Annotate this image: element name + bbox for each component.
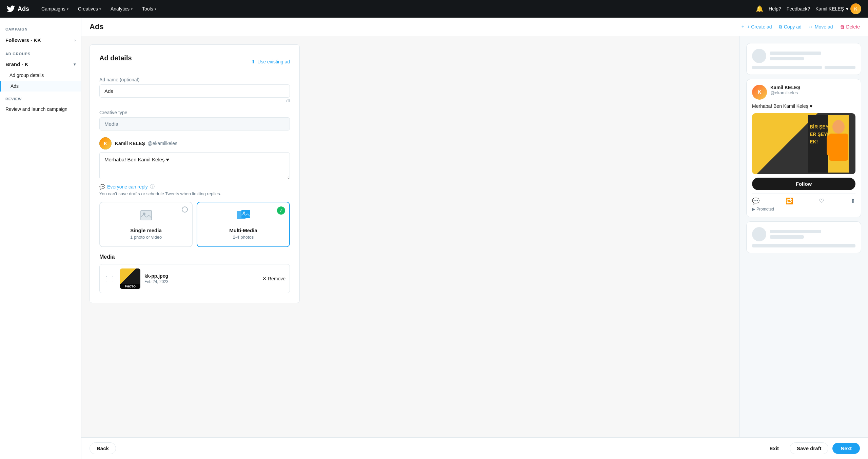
reply-setting-button[interactable]: 💬 Everyone can reply ⓘ <box>99 184 290 190</box>
preview-handle: @ekamilkeles <box>770 90 801 95</box>
use-existing-ad-button[interactable]: ⬆ Use existing ad <box>251 59 290 64</box>
page-title: Ads <box>90 22 104 31</box>
analytics-chevron-icon: ▾ <box>131 7 133 11</box>
media-type-grid: Single media 1 photo or video ✓ <box>99 202 290 247</box>
topnav-right: 🔔 Help? Feedback? Kamil KELEŞ ▾ K <box>756 3 861 14</box>
preview-share-icon[interactable]: ⬆ <box>850 197 855 205</box>
twitter-ads-logo[interactable]: Ads <box>7 5 29 13</box>
preview-line-2 <box>770 57 804 60</box>
ad-form-container: Ad details ⬆ Use existing ad Ad name (op… <box>81 36 739 437</box>
campaign-chevron-right-icon: › <box>74 38 76 43</box>
user-menu-chevron-icon: ▾ <box>846 6 848 12</box>
topnav-tools[interactable]: Tools ▾ <box>138 4 160 14</box>
preview-bottom-placeholder <box>746 221 861 253</box>
creative-type-label: Creative type <box>99 110 290 115</box>
multi-media-check-icon: ✓ <box>277 206 285 215</box>
topnav-analytics[interactable]: Analytics ▾ <box>106 4 137 14</box>
ad-name-input[interactable] <box>99 84 290 98</box>
campaigns-chevron-icon: ▾ <box>67 7 68 11</box>
reply-icon: 💬 <box>99 184 105 189</box>
preview-promoted-row: ▶ Promoted <box>752 207 855 212</box>
composer-avatar: K <box>99 137 112 149</box>
multi-media-desc: 2-4 photos <box>233 235 254 240</box>
sidebar-campaign-name[interactable]: Followers - KK › <box>0 34 81 46</box>
footer-right: Exit Save draft Next <box>763 442 860 454</box>
create-ad-button[interactable]: ＋ + Create ad <box>741 24 772 30</box>
multi-media-icon <box>236 209 251 224</box>
save-draft-button[interactable]: Save draft <box>790 442 829 454</box>
media-thumbnail: PHOTO <box>120 268 140 289</box>
twitter-bird-icon <box>7 5 15 13</box>
header-actions: ＋ + Create ad ⧉ Copy ad ↔ Move ad 🗑 Dele… <box>741 24 860 30</box>
ad-name-char-count: 76 <box>99 98 290 103</box>
ad-form-title: Ad details <box>99 54 132 62</box>
upload-icon: ⬆ <box>251 59 255 64</box>
media-item-row: ⋮⋮ PHOTO kk-pp.jpeg Feb 24, 2023 ✕ Remov… <box>99 264 290 293</box>
main-area: Ads ＋ + Create ad ⧉ Copy ad ↔ Move ad 🗑 … <box>81 18 868 459</box>
preview-follow-button[interactable]: Follow <box>752 178 855 190</box>
single-media-radio <box>182 206 188 213</box>
topnav-creatives[interactable]: Creatives ▾ <box>74 4 105 14</box>
svg-rect-0 <box>141 211 152 220</box>
svg-rect-12 <box>827 135 833 156</box>
media-type-multi-card[interactable]: ✓ Multi-Media 2-4 photos <box>197 202 290 247</box>
ad-form-card: Ad details ⬆ Use existing ad Ad name (op… <box>90 44 300 303</box>
back-button[interactable]: Back <box>90 442 116 454</box>
next-button[interactable]: Next <box>832 443 860 454</box>
preview-reply-icon[interactable]: 💬 <box>752 197 760 205</box>
delete-ad-button[interactable]: 🗑 Delete <box>840 24 860 29</box>
user-menu[interactable]: Kamil KELEŞ ▾ K <box>815 3 861 14</box>
composer-user-info: Kamil KELEŞ @ekamilkeles <box>115 141 177 146</box>
topnav-campaigns[interactable]: Campaigns ▾ <box>37 4 73 14</box>
preview-tweet-text: Merhaba! Ben Kamil Keleş ♥ <box>752 103 855 110</box>
preview-placeholder-card <box>746 43 861 75</box>
help-link[interactable]: Help? <box>769 6 781 12</box>
sidebar-item-review-launch[interactable]: Review and launch campaign <box>0 104 81 115</box>
drag-handle-icon[interactable]: ⋮⋮ <box>104 275 116 282</box>
sidebar-group-brand-k[interactable]: Brand - K ▾ <box>0 59 81 70</box>
notifications-bell-icon[interactable]: 🔔 <box>756 5 763 13</box>
tweet-composer-header: K Kamil KELEŞ @ekamilkeles <box>99 137 290 149</box>
promoted-icon: ▶ <box>752 207 755 212</box>
page-header: Ads ＋ + Create ad ⧉ Copy ad ↔ Move ad 🗑 … <box>81 18 868 36</box>
tweet-text-input[interactable]: Merhaba! Ben Kamil Keleş ♥ <box>99 152 290 179</box>
preview-placeholder-avatar <box>752 49 766 63</box>
copy-ad-button[interactable]: ⧉ Copy ad <box>779 24 802 30</box>
svg-text:EK!: EK! <box>810 139 818 144</box>
sidebar: CAMPAIGN Followers - KK › AD GROUPS Bran… <box>0 18 81 459</box>
preview-like-icon[interactable]: ♡ <box>819 197 824 205</box>
copy-icon: ⧉ <box>779 24 782 30</box>
main-layout: CAMPAIGN Followers - KK › AD GROUPS Bran… <box>0 18 868 459</box>
preview-loading-header <box>752 49 855 63</box>
svg-rect-13 <box>837 135 844 156</box>
svg-text:BİR ŞEYİ: BİR ŞEYİ <box>810 124 830 129</box>
ad-name-group: Ad name (optional) 76 <box>99 77 290 103</box>
creatives-chevron-icon: ▾ <box>99 7 101 11</box>
exit-button[interactable]: Exit <box>763 443 786 454</box>
campaign-section-label: CAMPAIGN <box>0 27 81 34</box>
ad-groups-label: AD GROUPS <box>0 46 81 59</box>
preview-tweet-card: K Kamil KELEŞ @ekamilkeles Merhaba! Ben … <box>746 79 861 217</box>
ad-form-header: Ad details ⬆ Use existing ad <box>99 54 290 69</box>
ad-name-label: Ad name (optional) <box>99 77 290 82</box>
media-section-label: Media <box>99 254 290 260</box>
group-chevron-down-icon: ▾ <box>74 62 76 67</box>
footer-bar: Back Exit Save draft Next <box>81 437 868 459</box>
creative-type-group: Creative type <box>99 110 290 131</box>
preview-line-1 <box>770 52 821 55</box>
preview-user-avatar: K <box>752 85 767 100</box>
media-type-single-card[interactable]: Single media 1 photo or video <box>99 202 193 247</box>
info-icon: ⓘ <box>150 184 155 190</box>
footer-left: Back <box>90 442 116 454</box>
media-remove-button[interactable]: ✕ Remove <box>262 276 285 281</box>
move-ad-button[interactable]: ↔ Move ad <box>808 24 833 29</box>
single-media-name: Single media <box>130 227 162 233</box>
promoted-label: Promoted <box>756 207 774 212</box>
feedback-link[interactable]: Feedback? <box>787 6 810 12</box>
sidebar-item-ad-group-details[interactable]: Ad group details <box>0 70 81 81</box>
sidebar-item-ads[interactable]: Ads <box>0 81 81 92</box>
preview-user-row: K Kamil KELEŞ @ekamilkeles <box>752 85 855 100</box>
preview-retweet-icon[interactable]: 🔁 <box>786 197 793 205</box>
trash-icon: 🗑 <box>840 24 845 29</box>
preview-person-image: BİR ŞEYİ ER ŞEYİN EK! <box>808 115 849 173</box>
